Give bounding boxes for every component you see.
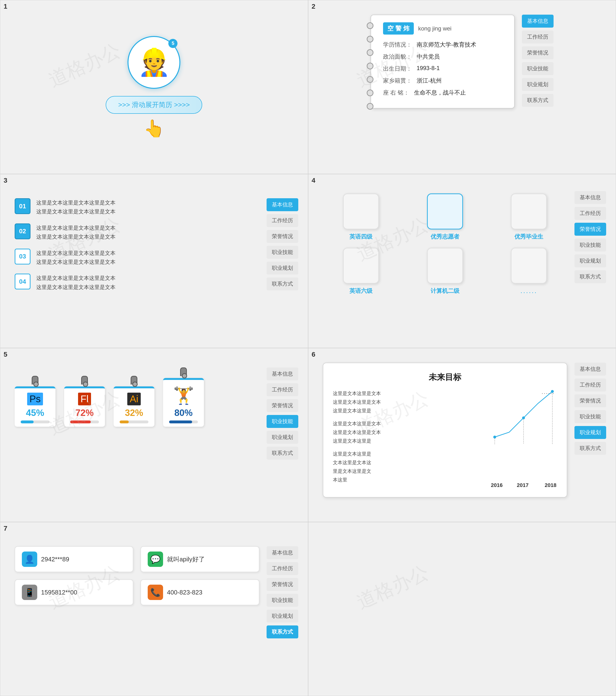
nav-3-contact[interactable]: 联系方式 (266, 278, 298, 290)
nav-4-skill[interactable]: 职业技能 (574, 239, 606, 252)
value-pol: 中共党员 (417, 53, 440, 61)
info-row-home: 家乡籍贯： 浙江-杭州 (383, 77, 505, 84)
person-bar-fill (169, 421, 192, 423)
skill-card-ai: Ai 32% (113, 376, 154, 427)
nav-item-plan[interactable]: 职业规划 (522, 78, 554, 91)
items-list-3: 01 这里是文本这里是文本这里是文本这里是文本这里是文本这里是文本 02 这里是… (15, 198, 259, 291)
nav-7-contact[interactable]: 联系方式 (266, 626, 298, 638)
right-nav-4: 基本信息 工作经历 荣誉情况 职业技能 职业规划 联系方式 (574, 191, 606, 283)
ring (367, 90, 373, 96)
cell-number-4: 4 (312, 177, 315, 184)
cert-box-4 (343, 248, 379, 284)
value-home: 浙江-杭州 (417, 77, 442, 84)
nav-6-basic[interactable]: 基本信息 (574, 363, 606, 376)
nav-item-skill[interactable]: 职业技能 (522, 62, 554, 75)
cell-5: 5 Ps 45% Fl 72% (0, 348, 308, 522)
notebook-rings (367, 22, 373, 110)
cert-label-4: 英语六级 (350, 287, 372, 295)
nav-4-basic[interactable]: 基本信息 (574, 191, 606, 204)
qq-icon-wrap: 👤 (22, 552, 37, 567)
ring (367, 36, 373, 43)
nav-3-honor[interactable]: 荣誉情况 (266, 230, 298, 243)
nav-7-honor[interactable]: 荣誉情况 (266, 578, 298, 591)
info-row-pol: 政治面貌： 中共党员 (383, 53, 505, 61)
clip-person (180, 367, 187, 376)
nav-6-honor[interactable]: 荣誉情况 (574, 394, 606, 407)
nav-5-basic[interactable]: 基本信息 (266, 367, 298, 380)
slide-button[interactable]: >>> 滑动展开简历 >>>> (106, 96, 202, 114)
chart-col: ...... 2016 2017 2018 (490, 389, 557, 488)
ai-bar-fill (120, 421, 129, 423)
nav-item-honor[interactable]: 荣誉情况 (522, 46, 554, 59)
nav-4-honor[interactable]: 荣誉情况 (574, 223, 606, 236)
year-2018: 2018 (545, 482, 556, 488)
value-dob: 1993-8-1 (417, 65, 440, 73)
future-content: 这里是文本这里是文本这里是文本这里是文本这里是文本这里是 这里是文本这里是文本这… (333, 389, 557, 488)
nav-4-work[interactable]: 工作经历 (574, 207, 606, 220)
cert-box-5 (427, 248, 463, 284)
ring (367, 103, 373, 110)
qq-value: 2942***89 (41, 556, 69, 563)
nav-5-contact[interactable]: 联系方式 (266, 447, 298, 460)
ps-bar-fill (21, 421, 34, 423)
phone-icon: 📱 (25, 587, 35, 597)
nav-4-contact[interactable]: 联系方式 (574, 270, 606, 283)
nav-item-work[interactable]: 工作经历 (522, 31, 554, 44)
svg-point-0 (493, 436, 496, 439)
nav-5-work[interactable]: 工作经历 (266, 383, 298, 396)
nav-item-contact[interactable]: 联系方式 (522, 94, 554, 107)
list-item-2: 02 这里是文本这里是文本这里是文本这里是文本这里是文本这里是文本 (15, 223, 259, 241)
nav-7-plan[interactable]: 职业规划 (266, 610, 298, 622)
nav-3-skill[interactable]: 职业技能 (266, 246, 298, 259)
nav-5-honor[interactable]: 荣誉情况 (266, 399, 298, 412)
cell-3: 3 01 这里是文本这里是文本这里是文本这里是文本这里是文本这里是文本 02 这… (0, 174, 308, 348)
label-motto: 座 右 铭： (383, 89, 409, 96)
cell-4: 4 英语四级 优秀志愿者 优秀毕业生 英语六级 计算机二级 (308, 174, 616, 348)
nav-6-skill[interactable]: 职业技能 (574, 410, 606, 423)
phone-value: 1595812**00 (41, 589, 77, 596)
value-edu: 南京师范大学-教育技术 (417, 41, 476, 48)
nav-3-plan[interactable]: 职业规划 (266, 262, 298, 274)
name-cn: 空 警 炜 (383, 22, 414, 34)
avatar-badge: 5 (168, 39, 178, 48)
notebook-header: 空 警 炜 kong jing wei (383, 22, 505, 34)
nav-6-plan[interactable]: 职业规划 (574, 426, 606, 439)
cell-number-1: 1 (4, 3, 7, 10)
wechat-icon-wrap: 💬 (148, 552, 163, 567)
avatar-circle: 5 👷 (127, 36, 180, 89)
item-text-4: 这里是文本这里是文本这里是文本这里是文本这里是文本这里是文本 (36, 274, 115, 291)
right-nav-7: 基本信息 工作经历 荣誉情况 职业技能 职业规划 联系方式 (266, 546, 298, 638)
nav-3-work[interactable]: 工作经历 (266, 214, 298, 227)
tel-icon-wrap: 📞 (148, 585, 163, 600)
clip-ai (130, 376, 137, 384)
num-badge-01: 01 (15, 198, 31, 214)
item-text-3: 这里是文本这里是文本这里是文本这里是文本这里是文本这里是文本 (36, 249, 115, 267)
skill-card-fl: Fl 72% (64, 376, 105, 427)
nav-7-skill[interactable]: 职业技能 (266, 594, 298, 607)
cert-box-3 (511, 193, 547, 230)
nav-6-contact[interactable]: 联系方式 (574, 442, 606, 455)
nav-item-basic[interactable]: 基本信息 (522, 15, 554, 28)
cell-6: 6 未来目标 这里是文本这里是文本这里是文本这里是文本这里是文本这里是 这里是文… (308, 348, 616, 522)
cert-item-2: 优秀志愿者 (406, 193, 483, 240)
card-body-ps: Ps 45% (15, 386, 56, 427)
nav-6-work[interactable]: 工作经历 (574, 379, 606, 392)
contact-item-qq: 👤 2942***89 (15, 546, 133, 572)
cell-number-7: 7 (4, 525, 7, 532)
clip-ps (32, 376, 38, 384)
nav-3-basic[interactable]: 基本信息 (266, 198, 298, 211)
nav-7-basic[interactable]: 基本信息 (266, 546, 298, 559)
contact-grid: 👤 2942***89 💬 就叫apily好了 📱 1595812**00 📞 (15, 546, 259, 605)
list-item-3: 03 这里是文本这里是文本这里是文本这里是文本这里是文本这里是文本 (15, 249, 259, 267)
nav-5-skill[interactable]: 职业技能 (266, 415, 298, 428)
ai-logo: Ai (127, 393, 141, 405)
list-item-1: 01 这里是文本这里是文本这里是文本这里是文本这里是文本这里是文本 (15, 198, 259, 216)
contact-item-tel: 📞 400-823-823 (140, 579, 259, 605)
contact-item-phone: 📱 1595812**00 (15, 579, 133, 605)
nav-4-plan[interactable]: 职业规划 (574, 254, 606, 267)
ring (367, 22, 373, 29)
list-item-4: 04 这里是文本这里是文本这里是文本这里是文本这里是文本这里是文本 (15, 274, 259, 291)
nav-5-plan[interactable]: 职业规划 (266, 431, 298, 444)
card-body-fl: Fl 72% (64, 386, 105, 427)
nav-7-work[interactable]: 工作经历 (266, 562, 298, 575)
